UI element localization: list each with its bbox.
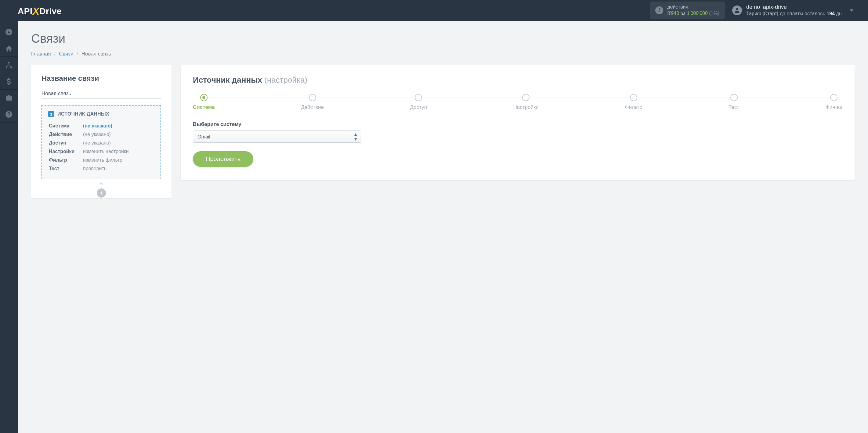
source-rows: Система(не указано)Действие(не указано)Д… [48, 121, 154, 173]
step-dot [415, 94, 422, 101]
step-label: Тест [728, 104, 739, 110]
step[interactable]: Доступ [410, 94, 427, 110]
step-dot [200, 94, 208, 101]
sidebar-item-billing[interactable] [0, 73, 18, 90]
actions-text: действия: 8'940 из 1'000'000 (1%) [668, 4, 720, 17]
logo[interactable]: APIXDrive [18, 5, 62, 16]
user-name: demo_apix-drive [746, 4, 843, 11]
source-row[interactable]: Настройкиизменить настройки [49, 147, 154, 156]
card-connection-name: Название связи 1 ИСТОЧНИК ДАННЫХ Система… [31, 65, 172, 198]
actions-iz: из [681, 11, 685, 16]
select-label: Выберите систему [193, 121, 842, 128]
user-text: demo_apix-drive Тариф |Старт| до оплаты … [746, 4, 843, 17]
source-row[interactable]: Тестпроверить [49, 165, 154, 173]
step-dot [522, 94, 530, 101]
step[interactable]: Фильтр [625, 94, 642, 110]
source-row[interactable]: Система(не указано) [49, 122, 154, 130]
breadcrumb: Главная / Связи / Новая связь [31, 51, 855, 57]
source-badge: 1 [48, 111, 54, 117]
logo-x: X [32, 5, 39, 17]
step[interactable]: Действие [301, 94, 324, 110]
logo-api: API [18, 6, 32, 16]
add-destination-button[interactable]: + [97, 189, 106, 198]
actions-label: действия: [668, 4, 720, 10]
sidebar-item-home[interactable] [0, 40, 18, 57]
step[interactable]: Система [193, 94, 215, 110]
user-icon [732, 5, 742, 15]
source-summary-box: 1 ИСТОЧНИК ДАННЫХ Система(не указано)Дей… [41, 105, 161, 179]
sidebar-item-briefcase[interactable] [0, 90, 18, 106]
breadcrumb-home[interactable]: Главная [31, 51, 51, 57]
sidebar-item-connections[interactable] [0, 57, 18, 73]
step-label: Действие [301, 104, 324, 110]
source-heading: ИСТОЧНИК ДАННЫХ [57, 111, 109, 117]
step[interactable]: Тест [728, 94, 739, 110]
svg-point-2 [6, 66, 7, 68]
page-title: Связи [31, 32, 855, 45]
actions-used: 8'940 [668, 11, 679, 16]
actions-pct: (1%) [709, 11, 719, 16]
step-label: Финиш [826, 104, 842, 110]
step-dot [730, 94, 738, 101]
svg-point-1 [8, 62, 9, 63]
step-label: Настройки [513, 104, 539, 110]
breadcrumb-links[interactable]: Связи [59, 51, 73, 57]
right-heading: Источник данных (настройка) [193, 75, 842, 85]
step-label: Фильтр [625, 104, 642, 110]
step-label: Система [193, 104, 215, 110]
topbar: APIXDrive i действия: 8'940 из 1'000'000… [0, 0, 868, 21]
sidebar [0, 21, 18, 433]
step[interactable]: Финиш [826, 94, 842, 110]
svg-point-0 [736, 8, 738, 10]
system-select[interactable]: Gmail [193, 131, 361, 143]
step-dot [630, 94, 637, 101]
breadcrumb-current: Новая связь [82, 51, 111, 57]
user-menu[interactable]: demo_apix-drive Тариф |Старт| до оплаты … [732, 4, 862, 17]
step-label: Доступ [410, 104, 427, 110]
left-heading: Название связи [41, 74, 161, 82]
step-dot [309, 94, 316, 101]
actions-counter[interactable]: i действия: 8'940 из 1'000'000 (1%) [650, 2, 725, 19]
steps: СистемаДействиеДоступНастройкиФильтрТест… [193, 94, 842, 110]
info-icon: i [655, 6, 663, 14]
continue-button[interactable]: Продолжить [193, 151, 253, 167]
step-dot [830, 94, 837, 101]
source-row[interactable]: Фильтризменить фильтр [49, 156, 154, 164]
source-row[interactable]: Действие(не указано) [49, 131, 154, 138]
sidebar-item-enter[interactable] [0, 24, 18, 40]
step[interactable]: Настройки [513, 94, 539, 110]
logo-drive: Drive [39, 6, 62, 16]
user-tariff: Тариф |Старт| до оплаты осталось 194 дн. [746, 11, 843, 17]
card-source-config: Источник данных (настройка) СистемаДейст… [181, 65, 855, 180]
connection-name-input[interactable] [41, 89, 161, 99]
content: Связи Главная / Связи / Новая связь Назв… [18, 21, 868, 433]
sidebar-item-help[interactable] [0, 106, 18, 123]
source-row[interactable]: Доступ(не указано) [49, 139, 154, 147]
actions-limit: 1'000'000 [687, 11, 708, 16]
chevron-down-icon [850, 9, 854, 11]
